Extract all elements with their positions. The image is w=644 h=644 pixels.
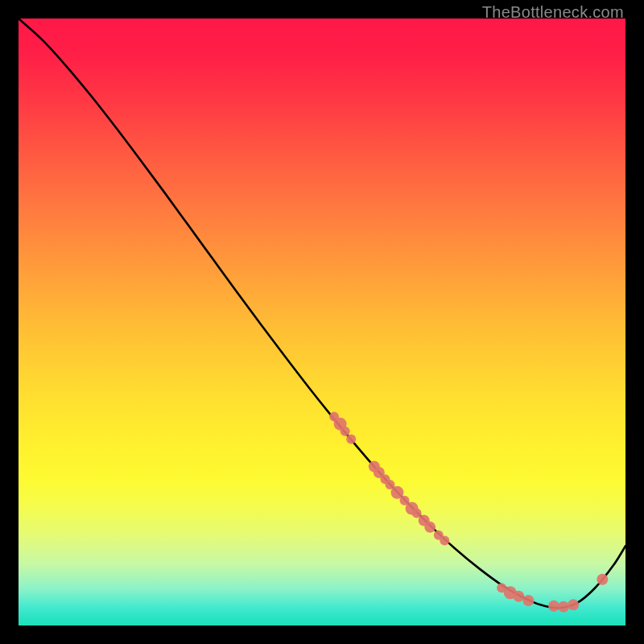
scatter-point (568, 599, 579, 610)
scatter-point (440, 535, 449, 545)
points-layer (19, 19, 625, 625)
scatter-point (513, 591, 524, 602)
scatter-point (597, 574, 608, 585)
scatter-point (346, 435, 356, 444)
plot-area (19, 19, 625, 625)
scatter-point (424, 522, 436, 533)
scatter-point (522, 595, 534, 606)
scatter-point (341, 427, 350, 436)
scatter-point (548, 601, 559, 612)
scatter-point (558, 601, 569, 613)
scatter-markers (329, 412, 608, 613)
chart-stage: TheBottleneck.com (0, 0, 644, 644)
